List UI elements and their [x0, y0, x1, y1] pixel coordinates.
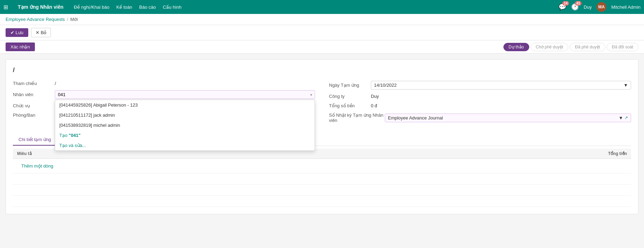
- create-value: "041": [69, 133, 81, 138]
- app-title: Tạm ứng Nhân viên: [18, 4, 63, 10]
- nav-item-bao-cao[interactable]: Báo cáo: [139, 5, 156, 10]
- status-step-reconciled[interactable]: Đã đối soát: [607, 43, 638, 51]
- calendar-icon: ▼: [623, 83, 628, 88]
- breadcrumb-parent[interactable]: Employee Advance Requests: [6, 17, 65, 22]
- value-cong-ty: Duy: [371, 94, 631, 99]
- breadcrumb-separator: /: [67, 17, 68, 22]
- nav-menu: Đề nghị/Khai báo Kế toán Báo cáo Cấu hìn…: [74, 5, 181, 10]
- label-phong-ban: Phòng/Ban: [13, 113, 55, 118]
- discard-button[interactable]: ✕ Bỏ: [31, 28, 51, 37]
- avatar[interactable]: MA: [597, 2, 606, 12]
- journal-dropdown-arrow: ▼: [619, 115, 623, 121]
- action-bar: ✔ Lưu ✕ Bỏ: [0, 25, 644, 40]
- row-cong-ty: Công ty Duy: [329, 94, 631, 99]
- dropdown-item-2[interactable]: [041538932819] michel admin: [55, 120, 315, 130]
- so-nhat-ky-field[interactable]: Employee Advance Journal ▼ ↗: [385, 114, 631, 122]
- table-row-empty-1: [13, 173, 631, 185]
- external-link-icon[interactable]: ↗: [624, 115, 628, 120]
- clock-badge: 41: [575, 1, 582, 6]
- create-label: Tạo: [59, 133, 67, 138]
- label-tong-so-tien: Tổng số tiền: [329, 103, 371, 108]
- add-row-cell: Thêm một dòng: [13, 159, 631, 173]
- user-name[interactable]: Duy: [584, 5, 592, 10]
- status-bar: Xác nhận Dự thảo Chờ phê duyệt Đã phê du…: [0, 40, 644, 54]
- form-grid: Tham chiếu / Nhân viên ▼ [041445925826] …: [13, 81, 631, 127]
- row-nhan-vien: Nhân viên ▼ [041445925826] Abigail Peter…: [13, 90, 315, 99]
- table-row-empty: Thêm một dòng: [13, 159, 631, 173]
- form-right: Ngày Tạm ứng 14/10/2022 ▼ Công ty Duy Tổ…: [329, 81, 631, 127]
- form-left: Tham chiếu / Nhân viên ▼ [041445925826] …: [13, 81, 315, 127]
- admin-name[interactable]: Mitchell Admin: [611, 5, 641, 10]
- topbar-right: 💬 14 🕐 41 Duy MA Mitchell Admin: [559, 2, 641, 12]
- breadcrumb-current: Mới: [70, 17, 78, 22]
- row-tong-so-tien: Tổng số tiền 0 đ: [329, 103, 631, 108]
- label-tham-chieu: Tham chiếu: [13, 81, 55, 86]
- breadcrumb: Employee Advance Requests / Mới: [0, 14, 644, 25]
- add-row-button[interactable]: Thêm một dòng: [17, 161, 58, 171]
- value-tong-so-tien: 0 đ: [371, 103, 631, 108]
- dropdown-item-0[interactable]: [041445925826] Abigail Peterson - 123: [55, 100, 315, 110]
- nhan-vien-input[interactable]: [55, 90, 315, 99]
- chat-icon-button[interactable]: 💬 14: [559, 3, 566, 11]
- status-step-approved[interactable]: Đã phê duyệt: [570, 43, 605, 51]
- ngay-tam-ung-field[interactable]: 14/10/2022 ▼: [371, 81, 631, 90]
- dropdown-create-edit[interactable]: Tạo và sửa...: [55, 140, 315, 150]
- status-steps: Dự thảo Chờ phê duyệt Đã phê duyệt Đã đố…: [503, 43, 638, 51]
- main-content: / Tham chiếu / Nhân viên ▼: [0, 54, 644, 220]
- ngay-tam-ung-value: 14/10/2022: [374, 83, 397, 88]
- so-nhat-ky-value: Employee Advance Journal: [388, 115, 443, 121]
- form-card: / Tham chiếu / Nhân viên ▼: [6, 59, 638, 214]
- grid-icon[interactable]: ⊞: [3, 4, 8, 10]
- tab-chi-tiet-tam-ung[interactable]: Chi tiết tạm ứng: [13, 134, 57, 146]
- status-step-pending[interactable]: Chờ phê duyệt: [531, 43, 569, 51]
- confirm-button[interactable]: Xác nhận: [6, 42, 35, 51]
- value-tham-chieu: /: [55, 81, 315, 86]
- top-navigation: ⊞ Tạm ứng Nhân viên Đề nghị/Khai báo Kế …: [0, 0, 644, 14]
- data-table: Miêu tả Tổng tiền Thêm một dòng: [13, 149, 631, 207]
- row-ngay-tam-ung: Ngày Tạm ứng 14/10/2022 ▼: [329, 81, 631, 90]
- nhan-vien-input-wrapper: ▼: [55, 90, 315, 99]
- form-title: /: [13, 67, 631, 74]
- dropdown-item-1[interactable]: [041210511172] jack admin: [55, 110, 315, 120]
- nhan-vien-dropdown-list: [041445925826] Abigail Peterson - 123 [0…: [55, 100, 315, 151]
- nav-item-de-nghi[interactable]: Đề nghị/Khai báo: [74, 5, 110, 10]
- clock-icon-button[interactable]: 🕐 41: [571, 3, 579, 11]
- label-cong-ty: Công ty: [329, 94, 371, 99]
- row-so-nhat-ky: Số Nhật ký Tạm ứng Nhân viên Employee Ad…: [329, 113, 631, 123]
- save-button[interactable]: ✔ Lưu: [6, 28, 28, 37]
- label-nhan-vien: Nhân viên: [13, 92, 55, 97]
- label-ngay-tam-ung: Ngày Tạm ứng: [329, 83, 371, 88]
- status-step-draft[interactable]: Dự thảo: [503, 43, 529, 51]
- table-row-empty-2: [13, 185, 631, 196]
- nav-item-ke-toan[interactable]: Kế toán: [116, 5, 132, 10]
- dropdown-create[interactable]: Tạo "041": [55, 130, 315, 140]
- label-so-nhat-ky: Số Nhật ký Tạm ứng Nhân viên: [329, 113, 385, 123]
- label-chuc-vu: Chức vụ: [13, 103, 55, 108]
- avatar-initials: MA: [598, 5, 605, 9]
- col-header-tong-tien: Tổng tiền: [295, 149, 631, 159]
- table-row-empty-3: [13, 196, 631, 207]
- chat-badge: 14: [562, 1, 569, 6]
- nav-item-cau-hinh[interactable]: Cấu hình: [163, 5, 182, 10]
- nhan-vien-dropdown-wrapper: ▼ [041445925826] Abigail Peterson - 123 …: [55, 90, 315, 99]
- row-tham-chieu: Tham chiếu /: [13, 81, 315, 86]
